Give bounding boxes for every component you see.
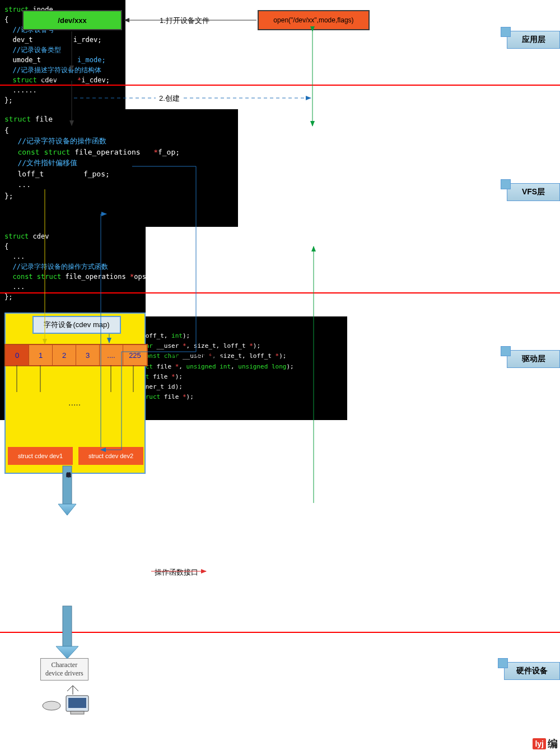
- svg-rect-2: [68, 698, 86, 708]
- layer-app-label: 应用层: [522, 35, 545, 45]
- idx-3: 3: [76, 345, 100, 365]
- hardware-icon: [39, 684, 101, 715]
- idx-1: 1: [29, 345, 53, 365]
- svg-point-0: [43, 701, 60, 710]
- map-dots: .....: [68, 398, 81, 408]
- char-device-drivers: Character device drivers: [40, 658, 88, 681]
- label-8: 操作函数接口: [155, 567, 198, 577]
- watermark-icon: lyj: [533, 738, 546, 749]
- struct-cdev-dev1: struct cdev dev1: [8, 447, 73, 465]
- cdev-map-title: 字符设备(cdev map): [32, 316, 121, 334]
- watermark-text: 编: [548, 737, 558, 751]
- dev-file-label: /dev/xxx: [58, 16, 86, 25]
- cdev-map-label: 字符设备(cdev map): [44, 320, 109, 330]
- svg-marker-19: [56, 646, 78, 659]
- layer-drv-label: 驱动层: [522, 354, 545, 364]
- idx-225: 225: [123, 345, 147, 365]
- label-4: 4.寻找对应的字符设备: [149, 206, 221, 216]
- svg-rect-3: [71, 711, 84, 714]
- svg-marker-17: [58, 504, 76, 515]
- idx-2: 2: [53, 345, 76, 365]
- layer-app: 应用层: [507, 31, 560, 49]
- layer-tab-vfs: [501, 179, 511, 189]
- idx-dots: ....: [100, 345, 123, 365]
- label-3: 3.确定是字符设备: [4, 249, 62, 259]
- label-1: 1.打开设备文件: [160, 16, 209, 26]
- struct-cdev-dev2: struct cdev dev2: [78, 447, 143, 465]
- layer-vfs: VFS层: [507, 183, 560, 201]
- struct-cdev-box: struct cdev { ... //记录字符设备的操作方式函数 const …: [0, 227, 146, 316]
- layer-drv: 驱动层: [507, 350, 560, 368]
- cdev1-label: struct cdev dev1: [18, 453, 63, 459]
- dev-file-box: /dev/xxx: [22, 10, 122, 30]
- layer-vfs-label: VFS层: [522, 187, 545, 197]
- label-5b: 5.拷贝操作函数的地址: [274, 344, 346, 355]
- layer-hw-label: 硬件设备: [516, 666, 548, 676]
- label-inode: 寻找对应的inode: [29, 72, 83, 82]
- divider-3: [0, 632, 560, 633]
- layer-tab-drv: [501, 346, 511, 356]
- label-2: 2.创建: [159, 94, 180, 104]
- idx-0: 0: [6, 345, 29, 365]
- label-5a: 5.拷贝cdev的地址: [165, 350, 222, 360]
- cdev2-label: struct cdev dev2: [88, 453, 133, 459]
- layer-tab-app: [501, 27, 511, 37]
- divider-1: [0, 85, 560, 86]
- layer-tab-hw: [498, 658, 508, 668]
- open-call-box: open("/dev/xx",mode,flags): [258, 10, 370, 30]
- layer-hw: 硬件设备: [504, 662, 560, 680]
- divider-2: [0, 292, 560, 293]
- watermark: lyj 编: [533, 737, 558, 751]
- cdev-index-row: 0 1 2 3 .... 225: [4, 344, 148, 366]
- open-call-label: open("/dev/xx",mode,flags): [273, 16, 353, 24]
- svg-rect-18: [63, 606, 72, 646]
